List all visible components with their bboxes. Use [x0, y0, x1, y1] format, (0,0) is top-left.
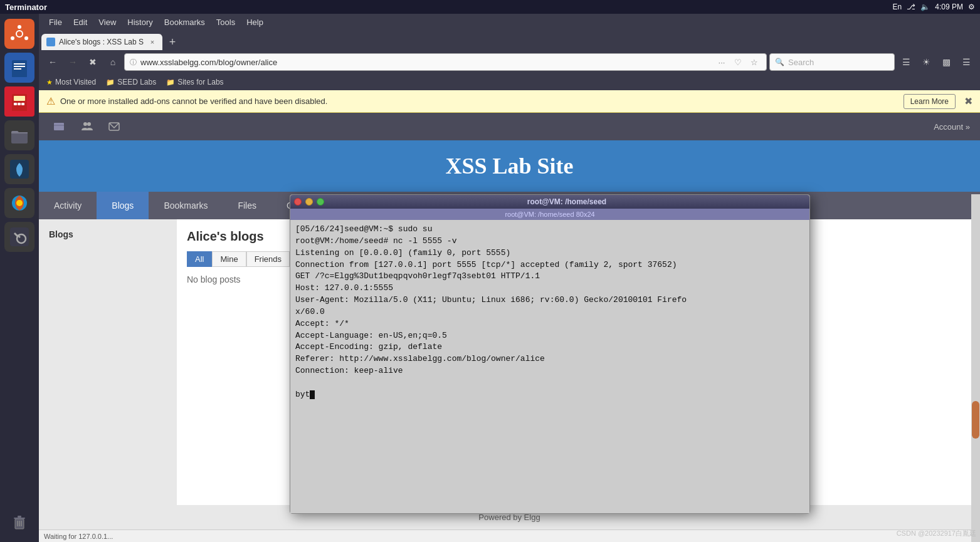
taskbar-lang: En — [893, 3, 902, 11]
sync-button[interactable]: ☀ — [917, 53, 935, 71]
sidebar-item-text-editor[interactable] — [4, 53, 34, 83]
address-bar[interactable]: ⓘ www.xsslabelgg.com/blog/owner/alice ··… — [124, 53, 767, 71]
svg-rect-12 — [18, 103, 21, 105]
svg-rect-6 — [14, 63, 25, 65]
site-nav-activity[interactable]: Activity — [39, 192, 97, 219]
tab-bar: Alice's blogs : XSS Lab S × + — [39, 30, 980, 50]
status-bar: Waiting for 127.0.0.1... — [39, 529, 980, 542]
home-button[interactable]: ⌂ — [104, 53, 122, 71]
footer-text: Powered by Elgg — [478, 513, 540, 522]
menu-open-button[interactable]: ☰ — [957, 53, 975, 71]
svg-rect-23 — [18, 516, 21, 518]
svg-rect-27 — [54, 123, 64, 130]
toolbar-right: ☰ ☀ ▩ ☰ — [897, 53, 975, 71]
taskbar-settings-icon[interactable]: ⚙ — [968, 3, 975, 11]
warning-close-button[interactable]: ✖ — [964, 95, 972, 107]
menu-bar: File Edit View History Bookmarks Tools H… — [39, 14, 980, 30]
watermark: CSDN @20232917白胤廷 — [897, 529, 976, 538]
taskbar: Terminator En ⎇ 🔈 4:09 PM ⚙ — [0, 0, 980, 14]
address-dots-button[interactable]: ··· — [715, 55, 729, 69]
reload-button[interactable]: ✖ — [84, 53, 102, 71]
site-nav-files[interactable]: Files — [223, 192, 271, 219]
bookmark-seed-labs-label: SEED Labs — [117, 78, 156, 86]
filter-tab-friends[interactable]: Friends — [246, 251, 290, 267]
page-scrollbar[interactable] — [971, 194, 980, 542]
menu-edit[interactable]: Edit — [68, 16, 92, 28]
terminal-window[interactable]: root@VM: /home/seed root@VM: /home/seed … — [290, 194, 810, 514]
terminal-body[interactable]: [05/16/24]seed@VM:~$ sudo su root@VM:/ho… — [290, 220, 809, 513]
new-tab-button[interactable]: + — [164, 34, 181, 50]
bookmark-sites-for-labs[interactable]: 📁 Sites for Labs — [164, 76, 226, 88]
warning-bar: ⚠ One or more installed add-ons cannot b… — [39, 90, 980, 113]
svg-point-30 — [87, 122, 91, 126]
bookmarks-toolbar-button[interactable]: ☰ — [897, 53, 915, 71]
terminal-maximize-button[interactable] — [317, 198, 324, 206]
terminal-close-button[interactable] — [294, 198, 302, 206]
bookmark-most-visited-label: Most Visited — [55, 78, 96, 86]
menu-history[interactable]: History — [122, 16, 157, 28]
learn-more-button[interactable]: Learn More — [904, 94, 956, 109]
tab-favicon — [46, 38, 55, 46]
terminal-titlebar: root@VM: /home/seed — [290, 195, 809, 209]
site-message-button[interactable] — [104, 117, 124, 137]
terminal-content: [05/16/24]seed@VM:~$ sudo su root@VM:/ho… — [295, 224, 804, 401]
svg-rect-8 — [14, 68, 21, 70]
svg-rect-10 — [14, 96, 25, 101]
svg-point-3 — [11, 36, 14, 40]
bookmark-most-visited[interactable]: ★ Most Visited — [44, 76, 98, 88]
taskbar-bluetooth-icon: ⎇ — [907, 3, 915, 11]
forward-button[interactable]: → — [64, 53, 82, 71]
page-sidebar: Blogs — [39, 219, 177, 505]
address-star-button[interactable]: ☆ — [747, 55, 761, 69]
site-nav-bookmarks[interactable]: Bookmarks — [149, 192, 223, 219]
xss-site-title: XSS Lab Site — [51, 153, 967, 179]
svg-rect-22 — [14, 518, 25, 519]
tab-close-button[interactable]: × — [147, 37, 157, 47]
site-home-button[interactable] — [49, 117, 69, 137]
sidebar-blogs-heading: Blogs — [49, 229, 167, 239]
tab-title: Alice's blogs : XSS Lab S — [59, 38, 144, 46]
menu-help[interactable]: Help — [241, 16, 268, 28]
terminal-cursor — [310, 390, 315, 399]
back-button[interactable]: ← — [44, 53, 61, 71]
svg-point-17 — [16, 200, 23, 206]
sidebar-item-tools[interactable] — [4, 222, 34, 252]
search-box[interactable]: 🔍 Search — [769, 53, 895, 71]
svg-rect-14 — [11, 132, 28, 143]
sidebar-item-wireshark[interactable] — [4, 154, 34, 184]
nav-bar: ← → ✖ ⌂ ⓘ www.xsslabelgg.com/blog/owner/… — [39, 50, 980, 74]
filter-tab-mine[interactable]: Mine — [212, 251, 246, 267]
address-bookmark-button[interactable]: ♡ — [731, 55, 745, 69]
address-actions: ··· ♡ ☆ — [715, 55, 761, 69]
svg-point-2 — [18, 25, 21, 29]
bookmark-folder-icon-1: 📁 — [106, 78, 115, 86]
svg-point-29 — [83, 122, 87, 126]
svg-rect-11 — [14, 103, 17, 105]
account-button[interactable]: Account » — [934, 122, 970, 132]
status-text: Waiting for 127.0.0.1... — [44, 533, 113, 540]
site-people-button[interactable] — [76, 117, 97, 137]
menu-bookmarks[interactable]: Bookmarks — [159, 16, 210, 28]
menu-tools[interactable]: Tools — [211, 16, 240, 28]
sidebar-item-files[interactable] — [4, 120, 34, 150]
sidebar-item-trash[interactable] — [4, 507, 34, 537]
search-icon: 🔍 — [775, 58, 784, 66]
bookmarks-bar: ★ Most Visited 📁 SEED Labs 📁 Sites for L… — [39, 74, 980, 90]
search-placeholder: Search — [788, 58, 814, 67]
bookmark-seed-labs[interactable]: 📁 SEED Labs — [103, 76, 159, 88]
taskbar-time: 4:09 PM — [935, 3, 963, 11]
sidebar-toggle-button[interactable]: ▩ — [937, 53, 955, 71]
sidebar-item-ubuntu[interactable] — [4, 19, 34, 49]
site-nav-blogs[interactable]: Blogs — [97, 192, 149, 219]
sidebar-item-firefox[interactable] — [4, 188, 34, 218]
menu-file[interactable]: File — [44, 16, 67, 28]
terminal-title: root@VM: /home/seed — [328, 197, 806, 206]
sidebar-item-calc[interactable] — [4, 86, 34, 117]
warning-message: One or more installed add-ons cannot be … — [60, 96, 898, 106]
browser-tab-active[interactable]: Alice's blogs : XSS Lab S × — [41, 34, 162, 50]
svg-rect-7 — [14, 66, 25, 67]
terminal-minimize-button[interactable] — [305, 198, 313, 206]
filter-tab-all[interactable]: All — [187, 251, 212, 267]
menu-view[interactable]: View — [93, 16, 121, 28]
scrollbar-thumb[interactable] — [972, 401, 979, 439]
